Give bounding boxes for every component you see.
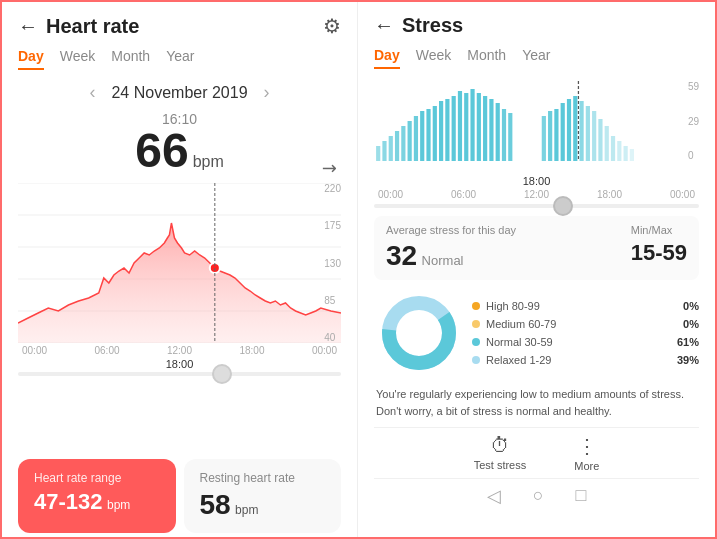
- svg-rect-39: [592, 111, 596, 161]
- heart-rate-chart: 220 175 130 85 40: [18, 183, 341, 343]
- tab-month-right[interactable]: Month: [467, 47, 506, 69]
- slider-thumb-left[interactable]: [212, 364, 232, 384]
- svg-rect-18: [439, 101, 443, 161]
- prev-date-button[interactable]: ‹: [89, 82, 95, 103]
- tab-year-left[interactable]: Year: [166, 48, 194, 70]
- y-label-85: 85: [324, 295, 341, 306]
- x-axis-left: 00:00 06:00 12:00 18:00 00:00: [18, 345, 341, 356]
- legend-pct-normal: 61%: [677, 336, 699, 348]
- svg-rect-14: [414, 116, 418, 161]
- stress-y-29: 29: [688, 116, 699, 127]
- card-resting-unit: bpm: [235, 503, 258, 517]
- stress-legend: High 80-99 0% Medium 60-79 0% Normal 30-…: [472, 288, 699, 378]
- svg-rect-21: [458, 91, 462, 161]
- nav-back-icon[interactable]: ◁: [487, 485, 501, 507]
- minmax-label: Min/Max: [631, 224, 687, 236]
- back-button-right[interactable]: ←: [374, 14, 394, 37]
- gear-icon[interactable]: ⚙: [323, 14, 341, 38]
- next-date-button[interactable]: ›: [264, 82, 270, 103]
- svg-rect-43: [617, 141, 621, 161]
- tabs-left: Day Week Month Year: [18, 48, 341, 70]
- stress-details: High 80-99 0% Medium 60-79 0% Normal 30-…: [374, 288, 699, 378]
- stress-x-6: 06:00: [451, 189, 476, 200]
- svg-rect-22: [464, 93, 468, 161]
- y-label-130: 130: [324, 258, 341, 269]
- minmax-value: 15-59: [631, 240, 687, 266]
- page-title-right: Stress: [402, 14, 699, 37]
- tab-week-left[interactable]: Week: [60, 48, 96, 70]
- stress-slider-thumb[interactable]: [553, 196, 573, 216]
- svg-rect-32: [548, 111, 552, 161]
- bpm-value: 66: [135, 127, 188, 175]
- date-navigation: ‹ 24 November 2019 ›: [18, 82, 341, 103]
- tab-day-right[interactable]: Day: [374, 47, 400, 69]
- nav-recent-icon[interactable]: □: [576, 485, 587, 507]
- svg-rect-10: [389, 136, 393, 161]
- tab-year-right[interactable]: Year: [522, 47, 550, 69]
- legend-dot-normal: [472, 338, 480, 346]
- test-stress-button[interactable]: ⏱ Test stress: [474, 434, 527, 472]
- card-resting-heart-rate: Resting heart rate 58 bpm: [184, 459, 342, 533]
- svg-rect-27: [496, 103, 500, 161]
- x-label-6: 06:00: [94, 345, 119, 356]
- back-button-left[interactable]: ←: [18, 15, 38, 38]
- time-display: 16:10 66 bpm: [18, 111, 341, 175]
- timeline-label-left: 18:00: [162, 358, 198, 370]
- svg-rect-12: [401, 126, 405, 161]
- svg-rect-19: [445, 99, 449, 161]
- more-label: More: [574, 460, 599, 472]
- more-icon: ⋮: [577, 434, 597, 458]
- legend-normal: Normal 30-59 61%: [472, 336, 699, 348]
- bottom-actions: ⏱ Test stress ⋮ More: [374, 427, 699, 478]
- legend-pct-medium: 0%: [683, 318, 699, 330]
- nav-bar: ◁ ○ □: [374, 478, 699, 511]
- svg-rect-8: [376, 146, 380, 161]
- stress-x-12: 12:00: [524, 189, 549, 200]
- svg-rect-29: [508, 113, 512, 161]
- legend-label-relaxed: Relaxed 1-29: [486, 354, 677, 366]
- stress-timeline-label: 18:00: [374, 175, 699, 187]
- svg-rect-35: [567, 99, 571, 161]
- svg-rect-11: [395, 131, 399, 161]
- right-header: ← Stress: [374, 14, 699, 37]
- y-label-220: 220: [324, 183, 341, 194]
- card-heart-rate-range: Heart rate range 47-132 bpm: [18, 459, 176, 533]
- avg-left: Average stress for this day 32 Normal: [386, 224, 516, 272]
- stress-description: You're regularly experiencing low to med…: [374, 386, 699, 419]
- tab-day-left[interactable]: Day: [18, 48, 44, 70]
- card-range-title: Heart rate range: [34, 471, 160, 485]
- more-button[interactable]: ⋮ More: [574, 434, 599, 472]
- svg-rect-36: [573, 96, 577, 161]
- svg-rect-42: [611, 136, 615, 161]
- timeline-indicator-left: 18:00: [18, 358, 341, 370]
- svg-rect-24: [477, 93, 481, 161]
- stress-slider-bar[interactable]: [374, 204, 699, 208]
- right-panel: ← Stress Day Week Month Year: [358, 2, 715, 539]
- y-label-40: 40: [324, 332, 341, 343]
- donut-chart: [374, 288, 464, 378]
- y-label-175: 175: [324, 220, 341, 231]
- legend-label-normal: Normal 30-59: [486, 336, 677, 348]
- slider-bar-left[interactable]: [18, 372, 341, 376]
- svg-rect-16: [426, 109, 430, 161]
- nav-home-icon[interactable]: ○: [533, 485, 544, 507]
- svg-rect-13: [408, 121, 412, 161]
- tab-week-right[interactable]: Week: [416, 47, 452, 69]
- x-label-12: 12:00: [167, 345, 192, 356]
- x-label-18: 18:00: [239, 345, 264, 356]
- card-range-value: 47-132: [34, 489, 103, 514]
- legend-dot-relaxed: [472, 356, 480, 364]
- legend-dot-medium: [472, 320, 480, 328]
- stress-y-59: 59: [688, 81, 699, 92]
- bpm-display: 66 bpm: [18, 127, 341, 175]
- tab-month-left[interactable]: Month: [111, 48, 150, 70]
- card-resting-title: Resting heart rate: [200, 471, 326, 485]
- svg-rect-40: [598, 119, 602, 161]
- svg-rect-34: [561, 103, 565, 161]
- left-header: ← Heart rate ⚙: [18, 14, 341, 38]
- svg-rect-38: [586, 106, 590, 161]
- legend-pct-relaxed: 39%: [677, 354, 699, 366]
- svg-rect-28: [502, 109, 506, 161]
- svg-rect-20: [452, 96, 456, 161]
- legend-pct-high: 0%: [683, 300, 699, 312]
